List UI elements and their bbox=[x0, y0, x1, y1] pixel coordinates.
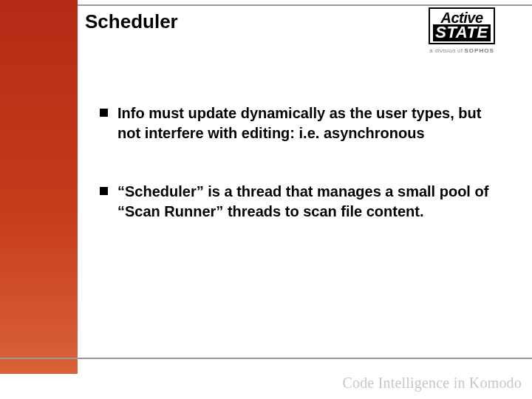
logo-text-bottom: STATE bbox=[433, 24, 490, 41]
bullet-text: “Scheduler” is a thread that manages a s… bbox=[117, 183, 488, 219]
page-title: Scheduler bbox=[85, 10, 178, 33]
list-item: “Scheduler” is a thread that manages a s… bbox=[100, 182, 499, 222]
left-accent-band bbox=[0, 0, 78, 374]
logo-sub-brand: SOPHOS bbox=[465, 47, 494, 54]
logo-frame: Active STATE bbox=[429, 7, 494, 44]
footer-watermark: Code Intelligence in Komodo bbox=[342, 375, 522, 392]
logo-subtitle: a division of SOPHOS bbox=[406, 47, 517, 54]
logo-sub-prefix: a division of bbox=[429, 47, 464, 54]
top-divider bbox=[78, 4, 532, 6]
brand-logo: Active STATE a division of SOPHOS bbox=[406, 7, 517, 54]
list-item: Info must update dynamically as the user… bbox=[100, 103, 499, 143]
bullet-list: Info must update dynamically as the user… bbox=[100, 103, 499, 260]
slide: Scheduler Active STATE a division of SOP… bbox=[0, 0, 532, 399]
bottom-divider bbox=[0, 358, 532, 359]
bullet-text: Info must update dynamically as the user… bbox=[117, 105, 481, 141]
